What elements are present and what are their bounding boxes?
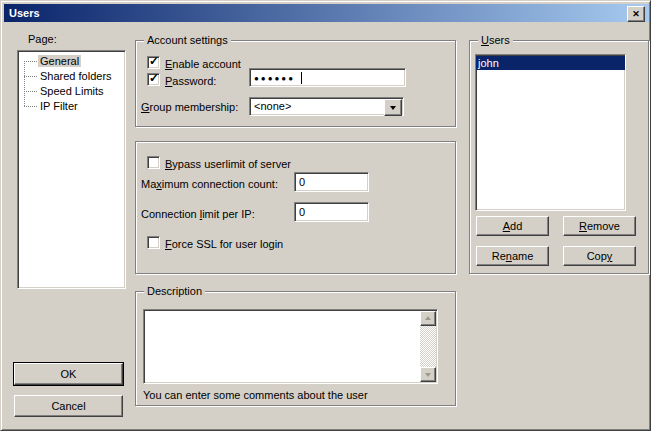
account-settings-title: Account settings: [144, 34, 231, 46]
chevron-down-icon: [390, 106, 396, 113]
password-input[interactable]: ●●●●●●: [249, 68, 406, 87]
tree-branch-icon: [24, 91, 37, 92]
scroll-up-button[interactable]: [420, 311, 436, 326]
max-connection-count-input[interactable]: 0: [294, 172, 369, 192]
tree-branch-icon: [24, 76, 37, 77]
description-hint: You can enter some comments about the us…: [143, 389, 368, 401]
copy-button-label: Copy: [587, 250, 613, 262]
tree-item-label[interactable]: Speed Limits: [38, 85, 106, 97]
add-button[interactable]: Add: [476, 216, 549, 236]
force-ssl-checkbox[interactable]: [147, 236, 160, 249]
tree-item-label[interactable]: General: [38, 55, 81, 67]
rename-button-label: Rename: [492, 250, 534, 262]
description-textarea[interactable]: [143, 309, 438, 384]
ok-button[interactable]: OK: [14, 363, 123, 385]
force-ssl-label[interactable]: Force SSL for user login: [165, 238, 283, 250]
scroll-down-button[interactable]: [420, 367, 436, 382]
connection-limit-per-ip-value: 0: [299, 206, 305, 218]
group-membership-label: Group membership:: [141, 101, 238, 113]
users-listbox[interactable]: john: [475, 54, 626, 211]
add-button-label: Add: [503, 220, 523, 232]
max-connection-count-value: 0: [299, 176, 305, 188]
text-caret: [301, 72, 302, 84]
password-masked-value: ●●●●●●: [254, 74, 295, 83]
user-list-item[interactable]: john: [476, 56, 625, 70]
max-connection-count-label: Maximum connection count:: [141, 178, 278, 190]
group-membership-value: <none>: [254, 100, 291, 112]
close-button[interactable]: ✕: [627, 6, 645, 22]
tree-item-label[interactable]: Shared folders: [38, 70, 114, 82]
tree-item-label[interactable]: IP Filter: [38, 100, 80, 112]
tree-item-speed-limits[interactable]: Speed Limits: [18, 84, 125, 99]
page-tree[interactable]: General Shared folders Speed Limits IP F…: [17, 50, 126, 289]
tree-item-ip-filter[interactable]: IP Filter: [18, 99, 125, 114]
password-checkbox[interactable]: [147, 73, 160, 86]
connection-limit-per-ip-input[interactable]: 0: [294, 202, 369, 222]
arrow-up-icon: [425, 313, 431, 320]
copy-button[interactable]: Copy: [563, 246, 636, 266]
ok-button-label: OK: [61, 368, 77, 380]
password-label[interactable]: Password:: [165, 75, 216, 87]
bypass-userlimit-checkbox[interactable]: [147, 156, 160, 169]
description-scrollbar[interactable]: [420, 311, 436, 382]
rename-button[interactable]: Rename: [476, 246, 549, 266]
tree-branch-icon: [24, 106, 37, 107]
enable-account-label[interactable]: Enable account: [165, 58, 241, 70]
description-title: Description: [144, 285, 205, 297]
users-dialog: Users ✕ Page: General Shared folders Spe…: [0, 0, 651, 431]
close-icon: ✕: [632, 10, 640, 19]
cancel-button-label: Cancel: [51, 400, 85, 412]
remove-button-label: Remove: [579, 220, 620, 232]
titlebar[interactable]: Users ✕: [4, 4, 649, 22]
dropdown-button[interactable]: [384, 99, 402, 116]
users-group-title: Users: [478, 34, 513, 46]
window-title: Users: [9, 7, 40, 19]
arrow-down-icon: [425, 373, 431, 380]
enable-account-checkbox[interactable]: [147, 56, 160, 69]
tree-branch-icon: [24, 61, 37, 62]
cancel-button[interactable]: Cancel: [14, 395, 123, 417]
remove-button[interactable]: Remove: [563, 216, 636, 236]
page-label: Page:: [28, 33, 57, 45]
tree-item-general[interactable]: General: [18, 54, 125, 69]
tree-item-shared-folders[interactable]: Shared folders: [18, 69, 125, 84]
group-membership-select[interactable]: <none>: [249, 97, 404, 116]
connection-limit-per-ip-label: Connection limit per IP:: [141, 208, 255, 220]
bypass-userlimit-label[interactable]: Bypass userlimit of server: [165, 158, 291, 170]
